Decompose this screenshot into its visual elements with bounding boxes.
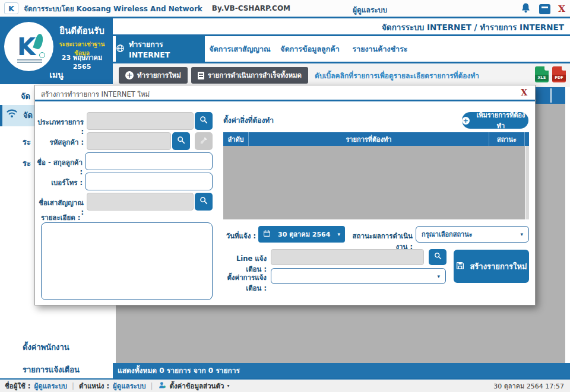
line-alert-input[interactable] — [271, 249, 424, 265]
export-pdf-icon[interactable]: PDF — [552, 66, 566, 82]
new-internet-transaction-dialog: สร้างการทำรายการ INTERNET ใหม่ X ประเภทร… — [34, 85, 536, 305]
app-title: จัดการระบบโดย Koosang Wireless And Netwo… — [24, 3, 202, 14]
broom-icon — [200, 136, 208, 147]
topbar-user-label: ผู้ดูแลระบบ — [353, 4, 387, 15]
phone-label: เบอร์โทร : — [35, 177, 83, 188]
detail-label: รายละเอียด : — [41, 212, 88, 223]
globe-icon — [116, 44, 125, 55]
window-titlebar: K จัดการระบบโดย Koosang Wireless And Net… — [0, 0, 570, 18]
separator: | — [72, 382, 74, 390]
chevron-down-icon: ▾ — [437, 273, 440, 279]
report-date-value: 30 ตุลาคม 2564 — [275, 229, 333, 240]
tower-search-button[interactable] — [195, 193, 213, 211]
tab-overdue-report[interactable]: รายงานค้างชำระ — [345, 36, 415, 62]
todo-section-label: ตั้งค่าสิ่งที่ต้องทำ — [223, 114, 274, 126]
welcome-text: ยินดีต้อนรับ — [53, 24, 110, 38]
file-fold — [544, 66, 549, 71]
customer-name-input[interactable] — [85, 152, 213, 170]
page-header: จัดการระบบ INTERNET / ทำรายการ INTERNET — [113, 18, 570, 36]
company-logo: K — [4, 22, 53, 71]
window-icon[interactable] — [539, 4, 550, 14]
phone-input[interactable] — [85, 173, 213, 190]
logo-text-lines — [17, 58, 42, 63]
type-search-button[interactable] — [195, 112, 213, 130]
search-icon — [433, 251, 442, 263]
completed-transactions-button[interactable]: รายการดำเนินการสำเร็จทั้งหมด — [191, 67, 308, 84]
tab-label: ทำรายการ INTERNET — [129, 39, 205, 59]
search-icon — [176, 135, 186, 147]
sidebar-item-notifications[interactable]: รายการแจ้งเตือน — [0, 361, 113, 379]
line-search-button[interactable] — [429, 249, 446, 265]
alert-settings-label: ตั้งค่าการแจ้งเตือน : — [217, 272, 267, 294]
export-xls-icon[interactable]: XLS — [535, 66, 549, 82]
chevron-down-icon: ▾ — [227, 383, 229, 388]
menu-heading: เมนู — [0, 68, 113, 81]
chevron-down-icon: ▾ — [520, 231, 523, 237]
line-alert-label: Line แจ้งเตือน : — [223, 253, 267, 275]
close-icon[interactable]: X — [558, 4, 565, 14]
profile-settings-label: ตั้งค่าข้อมูลส่วนตัว — [169, 381, 224, 391]
tower-input[interactable] — [87, 193, 194, 211]
search-icon — [199, 196, 208, 208]
logo-globe-icon — [39, 52, 45, 58]
todo-table[interactable]: ลำดับ รายการที่ต้องทำ สถานะ — [223, 132, 529, 219]
report-date-label: วันที่แจ้ง : — [223, 231, 256, 241]
create-transaction-button[interactable]: สร้างรายการใหม่ — [454, 250, 529, 283]
dialog-titlebar: สร้างการทำรายการ INTERNET ใหม่ X — [35, 85, 535, 101]
dialog-close-icon[interactable]: X — [521, 88, 527, 97]
add-todo-label: เพิ่มรายการที่ต้องทำ — [473, 110, 528, 131]
document-icon — [198, 72, 204, 79]
tab-internet-transactions[interactable]: ทำรายการ INTERNET — [116, 36, 205, 62]
save-icon — [455, 261, 465, 272]
username-label: ชื่อผู้ใช้ : — [5, 381, 30, 391]
customer-search-button[interactable] — [172, 132, 190, 150]
todo-col-task: รายการที่ต้องทำ — [249, 132, 489, 146]
search-icon — [199, 115, 208, 127]
username-value[interactable]: ผู้ดูแลระบบ — [34, 381, 67, 391]
todo-scrollbar[interactable] — [525, 146, 529, 219]
report-date-picker[interactable]: 30 ตุลาคม 2564 ▾ — [258, 226, 345, 243]
customer-code-label: รหัสลูกค้า : — [35, 137, 84, 148]
status-bar: ชื่อผู้ใช้ : ผู้ดูแลระบบ | ตำแหน่ง : ผู้… — [0, 378, 570, 392]
profile-settings-button[interactable]: ตั้งค่าข้อมูลส่วนตัว ▾ — [159, 381, 229, 391]
result-status-value: กรุณาเลือกสถานะ — [422, 229, 520, 240]
tab-tower-management[interactable]: จัดการเสาสัญญาณ — [205, 36, 275, 62]
customer-name-label: ชื่อ - สกุลลูกค้า : — [35, 157, 83, 176]
position-label: ตำแหน่ง : — [79, 381, 109, 391]
new-transaction-label: ทำรายการใหม่ — [137, 70, 181, 81]
todo-table-body — [223, 146, 529, 219]
clock-datetime: 30 ตุลาคม 2564 17:57 — [493, 381, 564, 391]
sidebar-header: K ยินดีต้อนรับ ระยะเวลาเช่าฐานข้อมูล 23 … — [0, 18, 113, 84]
alert-settings-dropdown[interactable]: ▾ — [271, 268, 446, 284]
clear-customer-button[interactable] — [195, 132, 213, 150]
result-status-dropdown[interactable]: กรุณาเลือกสถานะ ▾ — [416, 226, 529, 243]
file-fold — [562, 66, 566, 71]
customer-code-input[interactable] — [87, 132, 171, 150]
todo-table-header: ลำดับ รายการที่ต้องทำ สถานะ — [223, 132, 529, 146]
todo-col-index: ลำดับ — [223, 132, 249, 146]
position-value[interactable]: ผู้ดูแลระบบ — [113, 381, 146, 391]
type-input[interactable] — [87, 112, 194, 130]
new-transaction-button[interactable]: + ทำรายการใหม่ — [119, 67, 188, 84]
chevron-down-icon: ▾ — [337, 231, 340, 237]
plus-icon: + — [125, 71, 134, 79]
toolbar: + ทำรายการใหม่ รายการดำเนินการสำเร็จทั้ง… — [113, 63, 570, 87]
detail-textarea[interactable] — [41, 222, 213, 300]
add-todo-button[interactable]: + เพิ่มรายการที่ต้องทำ — [462, 112, 528, 129]
dialog-title: สร้างการทำรายการ INTERNET ใหม่ — [41, 89, 150, 100]
bell-icon[interactable] — [520, 2, 531, 16]
plus-icon: + — [462, 117, 470, 125]
xls-label: XLS — [535, 75, 549, 81]
sidebar-item-staff-settings[interactable]: ตั้งค่าพนักงาน — [0, 339, 113, 356]
wifi-icon — [6, 105, 18, 126]
app-logo-small: K — [4, 2, 18, 14]
app-window: K จัดการระบบโดย Koosang Wireless And Net… — [0, 0, 570, 392]
grid-record-count: แสดงทั้งหมด 0 รายการ จาก 0 รายการ — [113, 363, 570, 378]
tab-customer-data[interactable]: จัดการข้อมูลลูกค้า — [275, 36, 345, 62]
completed-transactions-label: รายการดำเนินการสำเร็จทั้งหมด — [208, 70, 302, 81]
person-icon — [159, 381, 166, 391]
double-click-hint: ดับเบิ้ลคลิกที่รายการเพื่อดูรายละเอียดรา… — [315, 70, 479, 81]
tabstrip: ทำรายการ INTERNET จัดการเสาสัญญาณ จัดการ… — [113, 36, 570, 63]
calendar-icon — [263, 230, 271, 239]
type-label: ประเภทรายการ : — [35, 117, 84, 136]
